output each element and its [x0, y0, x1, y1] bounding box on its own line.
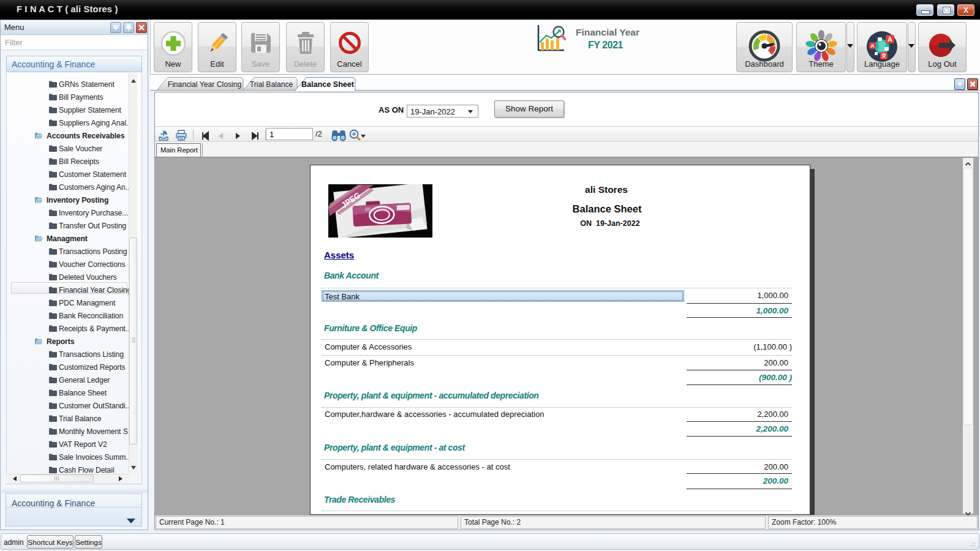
svg-text:A: A — [888, 36, 892, 43]
svg-text:Trial Balance: Trial Balance — [250, 80, 293, 89]
svg-text:Financial Year Closing: Financial Year Closing — [168, 80, 242, 89]
svg-text:A: A — [870, 43, 875, 49]
svg-text:Balance Sheet: Balance Sheet — [301, 80, 355, 89]
